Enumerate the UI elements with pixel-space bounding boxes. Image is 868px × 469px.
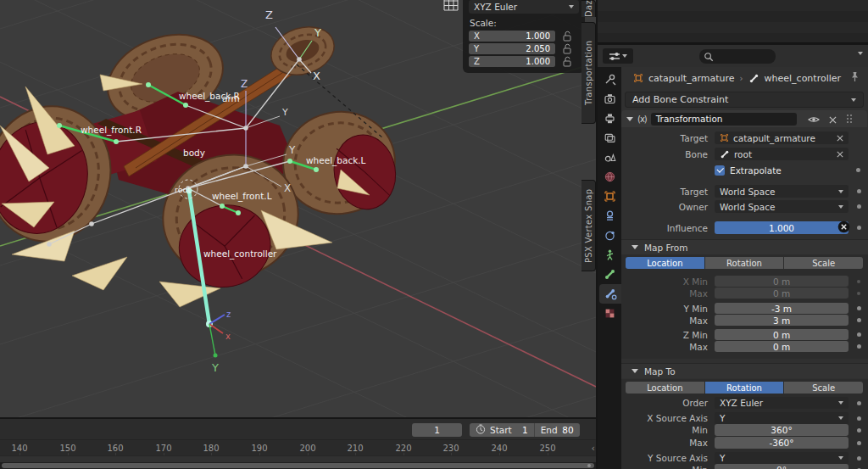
target-object-field[interactable]: catapult_armature [715,131,849,144]
owner-space-dropdown[interactable]: World Space [715,200,849,213]
extrapolate-checkbox[interactable] [715,165,725,176]
expand-triangle-icon[interactable] [626,117,633,121]
influence-slider[interactable]: 1.000 [715,221,849,234]
rotation-mode-dropdown[interactable]: XYZ Euler [469,0,579,14]
order-dropdown[interactable]: XYZ Euler [715,397,849,409]
object-icon [633,73,643,83]
add-bone-constraint-dropdown[interactable]: Add Bone Constraint [625,92,864,108]
current-frame-field[interactable]: 1 [412,423,462,437]
keyframe-dot[interactable] [857,280,860,283]
map-to-tab-location[interactable]: Location [626,382,704,394]
tab-tool[interactable] [598,70,621,89]
map-from-tab-scale[interactable]: Scale [784,257,863,269]
tab-object-constraints[interactable] [598,206,621,226]
map-to-tab-rotation[interactable]: Rotation [705,382,784,394]
tab-bone[interactable] [598,265,621,284]
viewport-3d[interactable]: Z Y X Z Y Y X z x Y wheel_back.R arm whe… [0,0,596,417]
header-options-chevron[interactable] [858,52,863,55]
overlay-grid-icon[interactable] [442,0,460,12]
chevron-down-icon [622,54,627,58]
x-max-field[interactable]: 0 m [715,288,849,299]
drag-handle-icon[interactable] [846,111,853,127]
to-y-min-field[interactable]: 0° [715,464,849,469]
lock-icon[interactable] [562,31,572,42]
x-source-axis-dropdown[interactable]: Y [715,412,849,424]
y-min-field[interactable]: -3 m [715,303,849,314]
timeline-editor[interactable]: 1 Start 1 End 80 140 150 160 170 180 190… [0,419,596,469]
keyframe-dot[interactable] [857,306,861,310]
editor-type-button[interactable] [603,48,633,64]
z-max-field[interactable]: 0 m [715,341,849,352]
z-min-field[interactable]: 0 m [715,329,849,340]
tab-bone-constraints[interactable] [599,284,621,304]
region-collapse-arrow[interactable]: ‹ [592,443,595,454]
npanel-tab-daz[interactable]: Daz [581,0,596,17]
scrollbar-zoom-handle[interactable] [587,464,591,467]
keyframe-dot[interactable] [857,441,861,445]
constraint-name-field[interactable]: Transformation [651,113,797,126]
clear-target-icon[interactable] [837,133,843,143]
lock-icon[interactable] [562,56,572,67]
keyframe-dot[interactable] [857,226,861,230]
lock-icon[interactable] [562,43,572,54]
eye-icon[interactable] [808,111,820,127]
map-from-header[interactable]: Map From [621,239,868,254]
expand-triangle-icon[interactable] [632,369,638,373]
map-to-header[interactable]: Map To [621,363,868,378]
scale-y-field[interactable]: Y 2.050 [469,43,555,54]
close-icon[interactable] [829,111,837,127]
to-x-min-field[interactable]: 360° [715,424,849,436]
pin-icon[interactable] [850,71,860,85]
tab-texture[interactable] [598,304,621,323]
keyframe-dot[interactable] [856,168,860,172]
keyframe-dot[interactable] [857,401,861,405]
tab-object-data[interactable] [598,245,621,265]
keyframe-dot[interactable] [857,292,860,295]
y-source-axis-dropdown[interactable]: Y [715,452,849,464]
npanel-tab-transportation[interactable]: Transportation [581,22,596,124]
tab-object[interactable] [598,187,621,206]
y-max-field[interactable]: 3 m [715,315,849,326]
keyframe-dot[interactable] [857,332,861,337]
breadcrumb-bone[interactable]: wheel_controller [765,73,842,84]
scale-z-field[interactable]: Z 1.000 [469,56,555,67]
clear-bone-icon[interactable] [837,149,843,159]
keyframe-dot[interactable] [857,344,861,349]
target-space-dropdown[interactable]: World Space [715,185,849,198]
to-x-max-field[interactable]: -360° [715,437,849,449]
scrollbar-thumb[interactable] [2,463,594,468]
keyframe-dot[interactable] [857,204,861,209]
target-bone-field[interactable]: root [715,148,849,160]
target-space-value: World Space [720,187,834,197]
map-from-tab-location[interactable]: Location [626,257,704,269]
timeline-scrollbar[interactable] [0,462,596,469]
expand-triangle-icon[interactable] [632,245,638,249]
tab-output[interactable] [598,109,621,128]
tab-scene[interactable] [598,148,621,167]
object-icon [720,133,729,142]
tab-render[interactable] [598,89,621,109]
scale-x-field[interactable]: X 1.000 [469,31,555,42]
npanel-tab-psx-vertex-snap[interactable]: PSX Vertex Snap [581,180,596,271]
x-min-field[interactable]: 0 m [715,276,849,287]
keyframe-dot[interactable] [857,318,861,322]
constraint-panel-header[interactable]: (x) Transformation [621,110,867,127]
map-from-tab-rotation[interactable]: Rotation [705,257,784,269]
search-input[interactable] [699,49,776,64]
frame-start-field[interactable]: Start 1 [470,423,535,437]
keyframe-dot[interactable] [857,456,861,461]
tab-view-layer[interactable] [598,128,621,148]
target-space-label: Target [621,187,715,197]
timeline-ruler[interactable]: 140 150 160 170 180 190 200 210 220 230 … [0,441,596,455]
breadcrumb-object[interactable]: catapult_armature [648,73,735,84]
timeline-track[interactable] [0,455,596,462]
keyframe-dot[interactable] [857,189,861,193]
bone-label: wheel_back.L [306,155,366,166]
tab-physics[interactable] [598,226,621,245]
remove-influence-driver-icon[interactable] [837,221,850,235]
keyframe-dot[interactable] [857,416,861,421]
tab-world[interactable] [598,167,621,187]
frame-end-field[interactable]: End 80 [535,423,580,437]
map-to-tab-scale[interactable]: Scale [784,382,863,394]
keyframe-dot[interactable] [857,428,861,433]
